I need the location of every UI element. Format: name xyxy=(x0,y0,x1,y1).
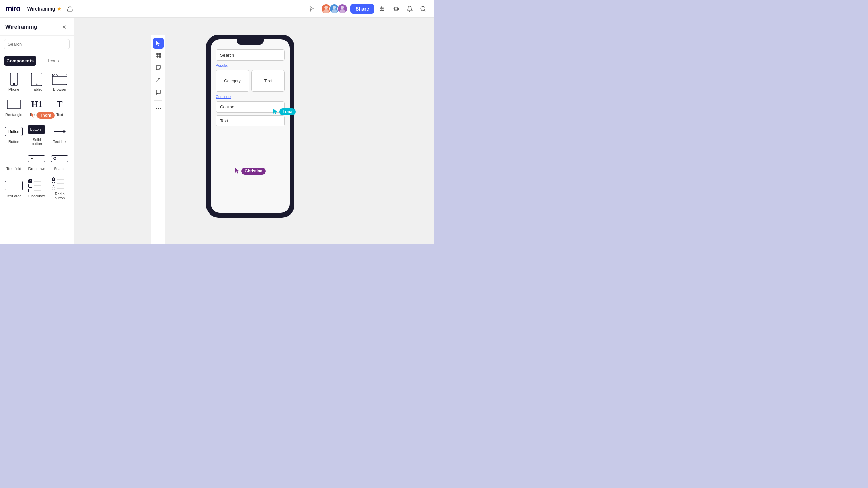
search-icon[interactable] xyxy=(418,3,429,14)
svg-point-21 xyxy=(54,75,55,76)
svg-point-4 xyxy=(332,9,337,13)
search-input[interactable] xyxy=(4,39,70,49)
svg-point-10 xyxy=(381,7,382,8)
component-search[interactable]: Search xyxy=(48,149,71,174)
text-field-icon xyxy=(5,152,23,165)
svg-point-13 xyxy=(421,6,425,11)
arrow-tool[interactable] xyxy=(153,75,164,85)
checkbox-icon: ✓ xyxy=(28,180,45,192)
component-label: Text xyxy=(56,113,63,117)
component-rectangle[interactable]: Rectangle xyxy=(3,95,25,119)
toolbar xyxy=(151,35,165,244)
notifications-icon[interactable] xyxy=(404,3,415,14)
button-icon: Button xyxy=(5,125,23,138)
component-phone[interactable]: Phone xyxy=(3,70,25,94)
svg-rect-15 xyxy=(10,73,18,86)
component-label: Rectangle xyxy=(5,113,22,117)
svg-point-3 xyxy=(333,6,336,9)
close-button[interactable]: ✕ xyxy=(60,23,68,31)
browser-icon xyxy=(52,73,68,85)
svg-line-32 xyxy=(156,78,160,82)
svg-point-35 xyxy=(160,108,161,109)
rectangle-icon xyxy=(6,98,22,110)
phone-course-input: Course xyxy=(216,101,285,113)
svg-point-6 xyxy=(340,9,346,13)
app-logo: miro xyxy=(5,4,20,13)
component-label: Heading xyxy=(30,113,44,117)
svg-rect-23 xyxy=(7,100,20,109)
tab-icons[interactable]: Icons xyxy=(38,56,70,66)
svg-point-18 xyxy=(36,84,37,85)
component-label: Solid button xyxy=(27,138,47,146)
component-dropdown[interactable]: ▼ Dropdown xyxy=(26,149,48,174)
search-comp-icon xyxy=(51,152,68,165)
phone-category-box: Category xyxy=(216,70,249,92)
phone-search-bar: Search xyxy=(216,49,285,61)
avatar-group xyxy=(321,4,348,14)
svg-line-14 xyxy=(424,10,425,11)
svg-point-22 xyxy=(56,75,57,76)
svg-line-26 xyxy=(56,159,57,160)
phone-icon xyxy=(6,73,22,85)
phone-continue-link[interactable]: Continue xyxy=(216,95,285,99)
component-tablet[interactable]: Tablet xyxy=(26,70,48,94)
radio-button-icon xyxy=(52,178,68,190)
settings-icon[interactable] xyxy=(377,3,388,14)
phone-text-input: Text xyxy=(216,115,285,126)
phone-screen: Search Popular Category Text Continue Co… xyxy=(211,39,290,213)
learn-icon[interactable] xyxy=(391,3,401,14)
svg-rect-19 xyxy=(52,74,67,85)
tabs: Components Icons xyxy=(0,53,74,68)
sticky-note-tool[interactable] xyxy=(153,62,164,73)
phone-category-row: Category Text xyxy=(216,70,285,92)
svg-point-16 xyxy=(13,83,15,85)
comment-tool[interactable] xyxy=(153,87,164,98)
component-button[interactable]: Button Button xyxy=(3,120,25,148)
topbar-right: Share xyxy=(306,3,429,14)
svg-point-12 xyxy=(381,10,382,11)
component-browser[interactable]: Browser xyxy=(48,70,71,94)
upload-button[interactable] xyxy=(64,3,75,14)
component-label: Checkbox xyxy=(28,194,45,198)
svg-point-5 xyxy=(341,6,344,9)
text-link-icon xyxy=(52,125,68,138)
tab-components[interactable]: Components xyxy=(4,56,36,66)
solid-button-icon: Button xyxy=(28,123,45,136)
board-name[interactable]: Wireframing ★ xyxy=(24,4,65,13)
svg-point-34 xyxy=(158,108,159,109)
svg-point-2 xyxy=(323,9,329,13)
cursor-icon xyxy=(306,3,317,14)
component-text[interactable]: T Text xyxy=(48,95,71,119)
wireframing-panel: Wireframing ✕ Components Icons Phone xyxy=(0,18,74,244)
component-grid: Phone Tablet Browser xyxy=(0,68,74,204)
share-button[interactable]: Share xyxy=(350,4,374,14)
component-label: Phone xyxy=(8,87,19,92)
component-label: Button xyxy=(8,140,19,144)
phone-notch xyxy=(237,39,264,45)
svg-point-1 xyxy=(324,6,328,9)
component-checkbox[interactable]: ✓ Checkbox xyxy=(26,174,48,203)
component-label: Search xyxy=(54,167,66,171)
more-tools[interactable] xyxy=(153,103,164,114)
component-label: Dropdown xyxy=(28,167,45,171)
frame-tool[interactable] xyxy=(153,50,164,61)
phone-popular-label[interactable]: Popular xyxy=(216,63,285,67)
topbar: miro Wireframing ★ Share xyxy=(0,0,434,18)
component-solid-button[interactable]: Button Solid button xyxy=(26,120,48,148)
heading-icon: H1 xyxy=(28,98,45,110)
component-radio-button[interactable]: Radio button xyxy=(48,174,71,203)
canvas[interactable]: Search Popular Category Text Continue Co… xyxy=(74,18,434,244)
svg-point-33 xyxy=(156,108,157,109)
component-text-link[interactable]: Text link xyxy=(48,120,71,148)
phone-mockup: Search Popular Category Text Continue Co… xyxy=(206,35,294,218)
svg-rect-27 xyxy=(156,53,161,58)
component-label: Radio button xyxy=(50,192,70,200)
component-text-area[interactable]: Text area xyxy=(3,174,25,203)
select-tool[interactable] xyxy=(153,38,164,49)
component-heading[interactable]: H1 Heading xyxy=(26,95,48,119)
board-title: Wireframing xyxy=(27,6,55,12)
component-text-field[interactable]: Text field xyxy=(3,149,25,174)
phone-body: Search Popular Category Text Continue Co… xyxy=(206,35,294,218)
component-label: Browser xyxy=(53,87,66,92)
component-label: Text area xyxy=(6,194,21,198)
